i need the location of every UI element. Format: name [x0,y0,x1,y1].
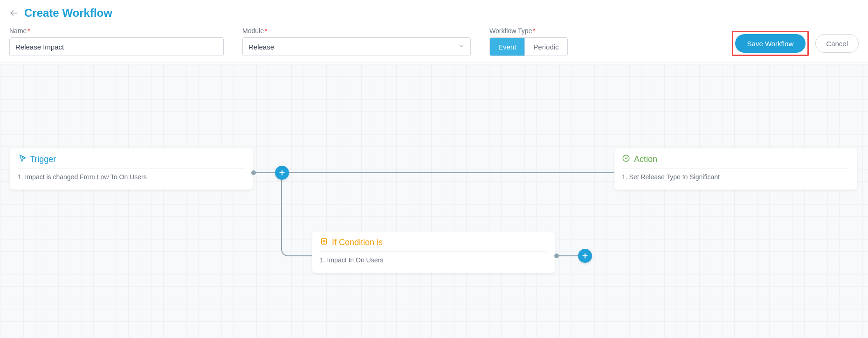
trigger-line-1: 1. Impact is changed From Low To On User… [18,172,245,182]
header-actions: Save Workflow Cancel [732,31,859,56]
condition-node[interactable]: If Condition is 1. Impact In On Users [312,232,555,273]
condition-output-port[interactable] [554,253,559,258]
add-node-button-2[interactable] [578,249,592,263]
chevron-down-icon [458,43,465,51]
workflow-canvas[interactable]: Trigger 1. Impact is changed From Low To… [0,64,868,338]
condition-title: If Condition is [332,238,383,247]
action-icon [622,154,630,164]
module-label: Module* [242,27,471,35]
type-field: Workflow Type* Event Periodic [489,27,568,56]
cancel-button[interactable]: Cancel [815,34,859,53]
module-field: Module* Release [242,27,471,56]
type-event-button[interactable]: Event [490,38,524,56]
trigger-node[interactable]: Trigger 1. Impact is changed From Low To… [10,148,253,190]
action-title: Action [634,155,657,164]
condition-icon [320,237,328,247]
module-select[interactable]: Release [242,37,471,56]
form-row: Name* Module* Release Workflow Type* Eve… [9,27,859,56]
name-label: Name* [9,27,224,35]
action-body: 1. Set Release Type to Significant [622,172,849,182]
save-workflow-button[interactable]: Save Workflow [735,34,806,53]
condition-line-1: 1. Impact In On Users [320,255,547,265]
trigger-output-port[interactable] [251,170,256,175]
save-button-highlight: Save Workflow [732,31,809,56]
workflow-header: Create Workflow Name* Module* Release Wo… [0,0,868,63]
action-node[interactable]: Action 1. Set Release Type to Significan… [614,148,857,190]
add-node-button-1[interactable] [275,166,289,180]
back-arrow-icon[interactable] [9,8,19,18]
page-title: Create Workflow [24,7,112,20]
module-value: Release [248,43,274,51]
trigger-icon [18,154,26,164]
title-row: Create Workflow [9,7,859,20]
type-label: Workflow Type* [489,27,568,35]
workflow-type-toggle: Event Periodic [489,37,568,56]
type-periodic-button[interactable]: Periodic [524,38,567,56]
name-input[interactable] [9,37,224,56]
action-line-1: 1. Set Release Type to Significant [622,172,849,182]
workflow-connectors [0,64,868,338]
trigger-body: 1. Impact is changed From Low To On User… [18,172,245,182]
condition-body: 1. Impact In On Users [320,255,547,265]
trigger-title: Trigger [30,155,56,164]
name-field: Name* [9,27,224,56]
